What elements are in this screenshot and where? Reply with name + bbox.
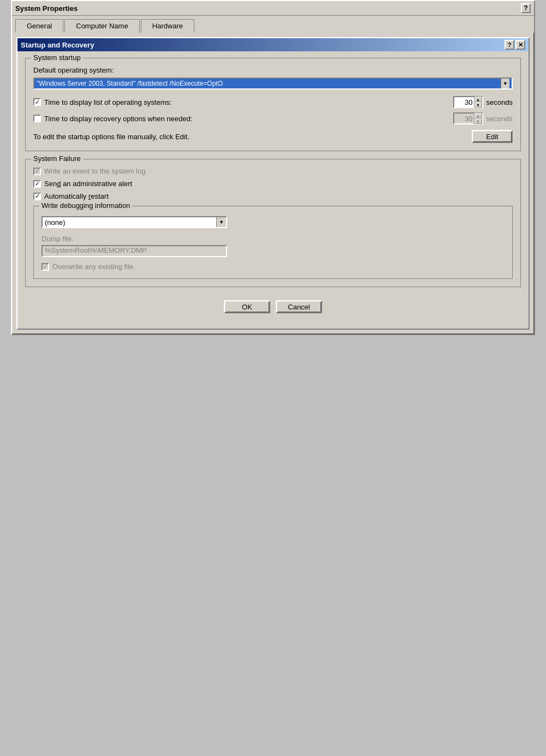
recovery-spin-up: ▲ <box>474 113 482 118</box>
recovery-spin-down: ▼ <box>474 118 482 124</box>
overwrite-checkbox <box>41 263 49 271</box>
system-startup-label: System startup <box>31 53 83 62</box>
recovery-input <box>454 114 474 123</box>
recovery-arrows: ▲ ▼ <box>474 113 482 124</box>
tab-computer-name[interactable]: Computer Name <box>64 19 139 33</box>
time-display-spin-down[interactable]: ▼ <box>474 102 482 108</box>
system-properties-window: System Properties ? General Computer Nam… <box>11 0 535 335</box>
recovery-options-row: Time to display recovery options when ne… <box>33 112 513 124</box>
write-event-row: Write an event to the system log <box>33 167 513 175</box>
edit-button[interactable]: Edit <box>472 130 513 143</box>
system-properties-titlebar: System Properties ? <box>12 1 534 16</box>
os-dropdown[interactable]: "Windows Server 2003, Standard" /fastdet… <box>33 78 513 90</box>
dialog-content: System startup Default operating system:… <box>17 51 529 329</box>
edit-row: To edit the startup options file manuall… <box>33 129 513 143</box>
startup-recovery-dialog: Startup and Recovery ? ✕ System startup … <box>16 37 530 330</box>
ok-button[interactable]: OK <box>224 300 270 313</box>
dialog-title-buttons: ? ✕ <box>505 40 525 50</box>
time-display-input[interactable] <box>454 97 474 107</box>
tab-general[interactable]: General <box>15 19 63 33</box>
edit-text: To edit the startup options file manuall… <box>33 133 472 141</box>
time-display-spinner[interactable]: ▲ ▼ <box>453 96 483 108</box>
time-display-label: Time to display list of operating system… <box>44 98 453 106</box>
debug-dropdown-value: (none) <box>43 218 216 227</box>
debug-dropdown[interactable]: (none) ▼ <box>41 216 227 228</box>
dialog-footer: OK Cancel <box>25 295 521 321</box>
recovery-seconds: seconds <box>486 115 513 123</box>
debug-info-label: Write debugging information <box>39 201 132 210</box>
os-dropdown-row: "Windows Server 2003, Standard" /fastdet… <box>33 78 513 90</box>
dialog-help-button[interactable]: ? <box>505 40 514 50</box>
time-display-row: Time to display list of operating system… <box>33 96 513 108</box>
write-event-label: Write an event to the system log <box>44 167 513 175</box>
cancel-button[interactable]: Cancel <box>276 300 322 313</box>
time-display-seconds: seconds <box>486 98 513 106</box>
system-properties-help-button[interactable]: ? <box>521 3 531 13</box>
tab-hardware[interactable]: Hardware <box>141 19 194 33</box>
auto-restart-checkbox[interactable] <box>33 193 41 200</box>
debug-dropdown-arrow[interactable]: ▼ <box>216 217 226 227</box>
send-alert-checkbox[interactable] <box>33 180 41 188</box>
system-failure-label: System Failure <box>31 154 83 163</box>
time-display-arrows: ▲ ▼ <box>474 97 482 108</box>
send-alert-row: Send an administrative alert <box>33 180 513 188</box>
recovery-spinner-group: ▲ ▼ seconds <box>453 112 513 124</box>
tabs-row: General Computer Name Hardware <box>12 16 534 33</box>
default-os-label: Default operating system: <box>33 66 513 74</box>
os-dropdown-value: "Windows Server 2003, Standard" /fastdet… <box>37 80 501 87</box>
system-startup-content: Default operating system: "Windows Serve… <box>33 66 513 143</box>
system-startup-group: System startup Default operating system:… <box>25 58 521 151</box>
dialog-titlebar: Startup and Recovery ? ✕ <box>17 38 529 51</box>
auto-restart-row: Automatically restart <box>33 192 513 200</box>
dump-file-input: %SystemRoot%\MEMORY.DMP <box>41 245 227 257</box>
system-failure-content: Write an event to the system log Send an… <box>33 167 513 279</box>
write-event-checkbox <box>33 168 41 175</box>
send-alert-label: Send an administrative alert <box>44 180 513 188</box>
dialog-close-button[interactable]: ✕ <box>515 40 525 50</box>
debug-info-group: Write debugging information (none) ▼ Dum… <box>33 206 513 279</box>
dump-file-label: Dump file: <box>41 235 505 243</box>
time-display-spinner-group: ▲ ▼ seconds <box>453 96 513 108</box>
recovery-spinner: ▲ ▼ <box>453 112 483 124</box>
recovery-options-checkbox[interactable] <box>33 115 41 122</box>
system-failure-group: System Failure Write an event to the sys… <box>25 159 521 287</box>
time-display-checkbox[interactable] <box>33 98 41 106</box>
os-dropdown-arrow[interactable]: ▼ <box>501 79 509 88</box>
dialog-title: Startup and Recovery <box>21 41 94 49</box>
recovery-options-label: Time to display recovery options when ne… <box>44 115 453 123</box>
overwrite-row: Overwrite any existing file <box>41 263 505 271</box>
system-properties-title: System Properties <box>15 4 78 13</box>
overwrite-label: Overwrite any existing file <box>52 263 133 271</box>
auto-restart-label: Automatically restart <box>44 192 513 200</box>
time-display-spin-up[interactable]: ▲ <box>474 97 482 102</box>
